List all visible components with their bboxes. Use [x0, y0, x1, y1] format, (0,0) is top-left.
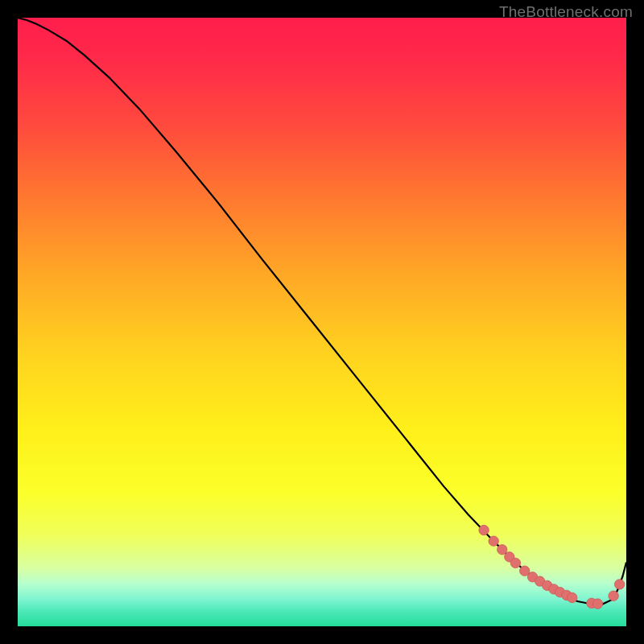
data-marker — [609, 591, 618, 601]
plot-area — [18, 18, 626, 626]
data-marker — [510, 558, 520, 568]
data-marker — [497, 545, 507, 555]
chart-stage: TheBottleneck.com — [0, 0, 644, 644]
data-marker — [568, 592, 577, 602]
data-marker — [489, 536, 498, 546]
data-marker — [479, 525, 489, 535]
attribution-label: TheBottleneck.com — [499, 3, 633, 21]
data-marker — [614, 580, 624, 589]
gradient-background — [18, 18, 626, 626]
chart-svg — [18, 18, 626, 626]
data-marker — [592, 599, 602, 609]
